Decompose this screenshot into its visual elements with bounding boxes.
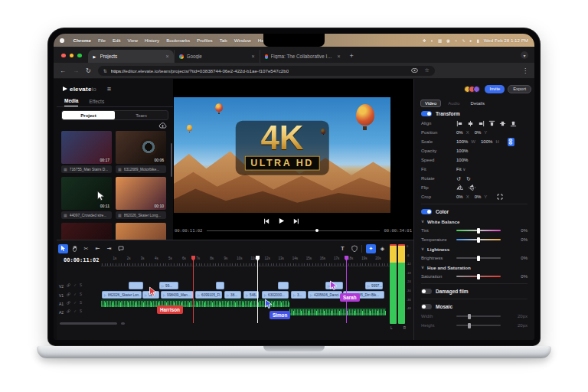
menu-history[interactable]: History — [141, 38, 162, 43]
tab-video[interactable]: Video — [420, 100, 441, 107]
export-button[interactable]: Export — [508, 85, 531, 93]
mosaic-toggle[interactable] — [421, 304, 432, 309]
align-top-icon[interactable] — [488, 120, 495, 127]
timeline-clip-v2[interactable] — [216, 282, 224, 289]
menubar-clock[interactable]: Wed Feb 28 1:12 PM — [484, 38, 528, 43]
new-tab-button[interactable]: + — [350, 52, 354, 60]
invite-button[interactable]: Invite — [485, 85, 505, 93]
minimize-window-button[interactable] — [70, 54, 74, 58]
media-item[interactable]: 00:06▦6312689_Motorbike... — [116, 131, 166, 173]
timeline-clip-v1[interactable]: ▷3... — [291, 291, 306, 299]
lightness-header[interactable]: Lightness — [427, 247, 449, 252]
trim-out-icon[interactable]: ⇥ — [104, 244, 114, 253]
tab-media[interactable]: Media — [64, 98, 78, 106]
site-settings-icon[interactable]: ⇅ — [103, 68, 107, 74]
track-solo-icon[interactable]: S — [80, 293, 82, 297]
track-solo-icon[interactable]: S — [80, 310, 82, 314]
timeline-clip-v2[interactable] — [129, 282, 143, 289]
hamburger-menu-icon[interactable]: ≡ — [107, 86, 111, 93]
timeline-clip-v1[interactable]: ▷4205606_Danci... — [308, 291, 342, 299]
menu-edit[interactable]: Edit — [109, 38, 124, 43]
tab-search-icon[interactable]: ▾ — [521, 51, 528, 59]
next-frame-icon[interactable] — [293, 218, 299, 224]
reload-icon[interactable]: ↻ — [86, 67, 91, 74]
address-bar[interactable]: ⇅ https://editor.elevate.io/team/project… — [98, 66, 435, 76]
media-item[interactable]: 00:17▦716755_Man Stairs D... — [61, 131, 112, 173]
crop-expand-icon[interactable] — [497, 194, 503, 201]
brightness-slider[interactable] — [456, 257, 501, 259]
track-solo-icon[interactable]: S — [80, 302, 82, 305]
scale-link-icon[interactable] — [508, 138, 514, 146]
rotate-cw-icon[interactable]: ↻ — [466, 176, 471, 181]
status-icon[interactable]: ▮ — [477, 38, 479, 43]
opacity-field[interactable]: 100% — [456, 149, 468, 153]
select-tool-icon[interactable] — [58, 244, 68, 253]
align-bottom-icon[interactable] — [510, 120, 517, 127]
browser-tab[interactable]: Google× — [174, 50, 260, 63]
timeline-clip-v1[interactable]: ▷6302030... — [262, 291, 289, 299]
crop-y-field[interactable]: 0% — [475, 194, 482, 199]
status-icon[interactable]: ⌁ — [455, 38, 457, 43]
track-visibility-icon[interactable]: ✓ — [74, 310, 77, 314]
menu-chrome[interactable]: Chrome — [70, 38, 94, 43]
scale-h-field[interactable]: 100% — [481, 139, 492, 144]
forward-icon[interactable]: → — [73, 67, 79, 74]
track-link-icon[interactable] — [67, 309, 70, 315]
rotate-ccw-icon[interactable]: ↺ — [456, 176, 461, 181]
timeline-clip-v1[interactable]: ▷38... — [224, 291, 241, 299]
status-icon[interactable]: ◐ — [431, 38, 433, 43]
timeline-clip-v1[interactable]: ▷546... — [243, 291, 259, 299]
timeline-clip-v2[interactable]: ▷99... — [159, 282, 178, 289]
track-link-icon[interactable] — [67, 301, 70, 306]
color-toggle[interactable] — [421, 209, 432, 214]
status-icon[interactable]: ◉ — [446, 38, 450, 43]
track-visibility-icon[interactable]: ✓ — [74, 302, 77, 305]
timeline-clip-v2[interactable] — [278, 282, 289, 289]
track-solo-icon[interactable]: S — [80, 284, 82, 288]
flip-horizontal-icon[interactable] — [456, 185, 463, 191]
track-link-icon[interactable] — [67, 283, 70, 289]
menu-profiles[interactable]: Profiles — [194, 38, 217, 43]
align-center-v-icon[interactable] — [499, 120, 506, 127]
media-scrollbar[interactable] — [171, 143, 172, 177]
trim-in-icon[interactable]: ⇤ — [93, 244, 103, 253]
saturation-slider[interactable] — [456, 276, 501, 277]
tint-slider[interactable] — [456, 230, 501, 231]
timeline-clip-v2[interactable]: ▷9997... — [365, 282, 383, 289]
transform-toggle[interactable] — [421, 111, 432, 116]
browser-menu-icon[interactable]: ⋮ — [522, 67, 528, 74]
align-center-h-icon[interactable] — [467, 120, 474, 127]
menu-file[interactable]: File — [94, 38, 109, 43]
bookmark-star-icon[interactable]: ☆ — [424, 67, 429, 74]
menu-window[interactable]: Window — [230, 38, 254, 43]
timeline-ruler[interactable]: 1s2s3s4s5s6s7s8s9s10s11s12s13s14s15s16s1… — [101, 256, 392, 266]
media-item[interactable]: 00:10▦862026_Skater Long... — [116, 177, 166, 219]
prev-frame-icon[interactable] — [263, 218, 270, 224]
menu-tab[interactable]: Tab — [216, 38, 230, 43]
menu-view[interactable]: View — [124, 38, 141, 43]
flip-vertical-icon[interactable] — [469, 185, 475, 191]
play-icon[interactable] — [278, 217, 285, 224]
timeline-scrollbar-end[interactable] — [121, 322, 125, 325]
status-icon[interactable]: ∿ — [462, 38, 466, 43]
keyframes-icon[interactable]: ◈ — [377, 244, 387, 253]
media-item[interactable] — [61, 223, 112, 240]
tab-close-icon[interactable]: × — [251, 54, 254, 59]
timeline-clip-v1[interactable]: ▷998439_Man... — [161, 291, 194, 299]
hue-saturation-header[interactable]: Hue and Saturation — [427, 265, 471, 270]
cut-tool-icon[interactable]: ✂ — [81, 244, 91, 253]
status-icon[interactable]: ❖ — [423, 38, 426, 43]
scale-w-field[interactable]: 100% — [456, 139, 468, 144]
text-tool-icon[interactable]: T — [338, 244, 348, 253]
browser-tab[interactable]: ▶Projects× — [88, 50, 174, 63]
align-left-icon[interactable] — [456, 120, 463, 127]
status-icon[interactable]: ▸ — [470, 38, 472, 43]
track-visibility-icon[interactable]: ✓ — [74, 284, 77, 288]
align-right-icon[interactable] — [478, 120, 485, 127]
status-icon[interactable]: ▦ — [438, 38, 442, 43]
playhead-line[interactable] — [257, 256, 258, 323]
segment-team[interactable]: Team — [115, 111, 168, 119]
track-visibility-icon[interactable]: ✓ — [74, 293, 77, 297]
close-window-button[interactable] — [61, 54, 66, 58]
zoom-window-button[interactable] — [77, 54, 82, 58]
